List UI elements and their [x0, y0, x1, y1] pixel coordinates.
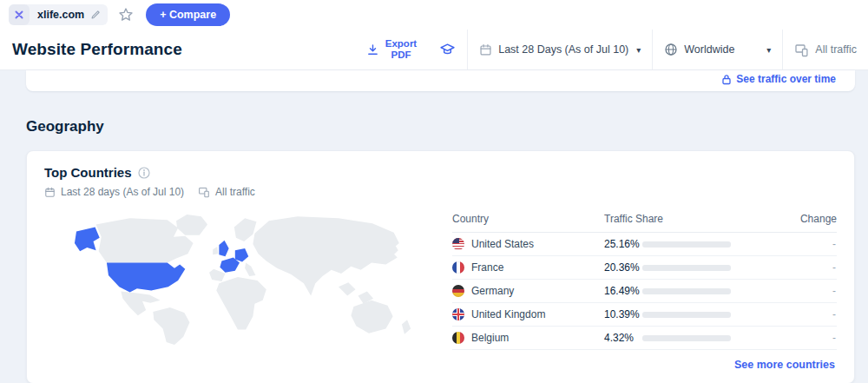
remove-site-button[interactable]	[9, 4, 30, 25]
flag-de-icon	[452, 285, 464, 297]
country-name: United Kingdom	[471, 308, 545, 320]
page-header: Website Performance ExportPDF Last 28 Da…	[0, 30, 868, 70]
change-value: -	[785, 332, 837, 344]
geography-section-title: Geography	[26, 118, 855, 135]
see-traffic-over-time-link[interactable]: See traffic over time	[721, 73, 836, 85]
map-highlight-germany	[235, 249, 248, 262]
card-filter-row: Last 28 days (As of Jul 10) All traffic	[44, 186, 837, 198]
site-tag: xlife.com	[9, 4, 108, 25]
content-area: See traffic over time Geography Top Coun…	[0, 70, 868, 383]
graduation-cap-icon	[439, 43, 456, 57]
country-name: Germany	[471, 285, 514, 297]
map-highlight-alaska	[75, 228, 100, 252]
table-row[interactable]: United States 25.16% -	[452, 233, 837, 256]
world-map	[44, 208, 437, 350]
world-map-svg	[44, 212, 437, 346]
table-row[interactable]: Germany 16.49% -	[452, 280, 837, 303]
header-toolbar: ExportPDF Last 28 Days (As of Jul 10) ▾ …	[355, 30, 868, 69]
traffic-card-bottom: See traffic over time	[26, 70, 855, 91]
flag-us-icon	[452, 238, 464, 250]
map-land-ireland	[213, 248, 218, 255]
top-countries-title: Top Countries	[44, 165, 132, 180]
change-value: -	[785, 308, 837, 320]
change-value: -	[785, 261, 837, 274]
see-more-countries-link[interactable]: See more countries	[734, 359, 835, 371]
top-countries-table: Country Traffic Share Change United Stat…	[452, 208, 837, 350]
col-header-country: Country	[452, 213, 604, 225]
star-icon	[118, 7, 134, 23]
traffic-share-bar	[642, 241, 731, 248]
card-date-label: Last 28 days (As of Jul 10)	[61, 186, 184, 198]
map-land-iberia	[209, 269, 225, 281]
col-header-change: Change	[785, 213, 837, 225]
traffic-share-value: 20.36%	[604, 261, 642, 274]
favorite-star-button[interactable]	[118, 7, 134, 23]
info-icon[interactable]	[138, 167, 150, 179]
chevron-down-icon: ▾	[766, 45, 771, 55]
region-value: Worldwide	[684, 43, 734, 56]
date-range-value: Last 28 Days (As of Jul 10)	[498, 43, 628, 56]
traffic-share-bar	[642, 288, 731, 294]
see-traffic-over-time-label: See traffic over time	[736, 73, 836, 85]
traffic-share-bar	[642, 312, 731, 318]
table-header-row: Country Traffic Share Change	[452, 208, 837, 233]
globe-icon	[664, 43, 678, 56]
calendar-icon	[44, 187, 56, 198]
devices-icon	[198, 186, 210, 198]
map-land-south-america	[153, 307, 189, 345]
region-filter[interactable]: Worldwide ▾	[652, 30, 782, 69]
traffic-share-value: 4.32%	[604, 332, 642, 344]
map-land-asia	[253, 217, 398, 296]
table-row[interactable]: Belgium 4.32% -	[452, 327, 837, 350]
card-traffic-label: All traffic	[215, 186, 255, 198]
table-row[interactable]: United Kingdom 10.39% -	[452, 303, 837, 327]
traffic-share-value: 25.16%	[604, 238, 642, 250]
change-value: -	[785, 285, 837, 297]
academy-button[interactable]	[428, 30, 467, 69]
col-header-traffic-share: Traffic Share	[604, 213, 785, 225]
map-land-africa	[216, 277, 266, 330]
site-name: xlife.com	[37, 9, 84, 21]
change-value: -	[785, 238, 837, 250]
top-strip: xlife.com + Compare	[0, 0, 868, 30]
map-land-greenland	[176, 215, 207, 236]
flag-be-icon	[452, 332, 464, 344]
country-name: Belgium	[471, 332, 509, 344]
traffic-share-bar	[642, 335, 731, 341]
close-icon	[15, 10, 23, 19]
country-name: United States	[471, 238, 534, 250]
edit-site-button[interactable]	[90, 10, 101, 20]
map-land-se-asia	[339, 283, 373, 305]
export-label-line1: Export	[385, 38, 417, 49]
devices-icon	[794, 43, 809, 57]
lock-icon	[721, 74, 732, 85]
traffic-type-filter[interactable]: All traffic	[782, 30, 868, 69]
map-highlight-united-states	[107, 263, 185, 293]
map-land-scandinavia	[234, 219, 257, 242]
map-land-new-zealand	[402, 320, 411, 334]
calendar-icon	[479, 43, 492, 56]
map-land-australia	[351, 300, 392, 333]
export-label-line2: PDF	[391, 50, 411, 60]
flag-gb-icon	[452, 308, 464, 320]
export-pdf-button[interactable]: ExportPDF	[355, 30, 428, 69]
download-icon	[366, 43, 379, 56]
page-title: Website Performance	[12, 40, 182, 59]
top-countries-card: Top Countries Last 28 days (As of Jul 10…	[26, 150, 855, 383]
country-name: France	[471, 261, 503, 274]
map-land-italy	[245, 263, 255, 276]
traffic-share-value: 16.49%	[604, 285, 642, 297]
pencil-icon	[90, 10, 101, 20]
traffic-share-bar	[642, 265, 731, 271]
compare-button[interactable]: + Compare	[146, 3, 230, 26]
table-row[interactable]: France 20.36% -	[452, 256, 837, 280]
map-highlight-united-kingdom	[219, 241, 228, 256]
traffic-share-value: 10.39%	[604, 308, 642, 320]
traffic-type-value: All traffic	[815, 43, 857, 56]
chevron-down-icon: ▾	[636, 45, 641, 55]
date-range-filter[interactable]: Last 28 Days (As of Jul 10) ▾	[467, 30, 652, 69]
flag-fr-icon	[452, 261, 464, 274]
